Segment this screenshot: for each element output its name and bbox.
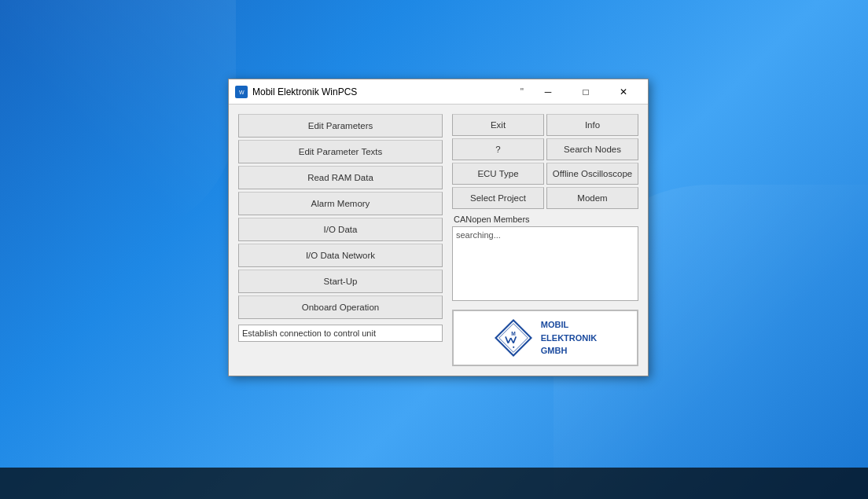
svg-text:M: M	[511, 331, 516, 336]
window-subtitle: "	[520, 86, 524, 97]
help-button[interactable]: ?	[452, 138, 544, 160]
right-row-1: Exit Info	[452, 114, 638, 136]
status-text: Establish connection to control unit	[242, 328, 376, 338]
exit-button[interactable]: Exit	[452, 114, 544, 136]
window-title: Mobil Elektronik WinPCS	[252, 86, 520, 97]
start-up-button[interactable]: Start-Up	[238, 270, 443, 293]
info-button[interactable]: Info	[546, 114, 638, 136]
main-window: W Mobil Elektronik WinPCS " ─ □ ✕ Edit P…	[228, 79, 649, 376]
status-bar: Establish connection to control unit	[238, 325, 443, 342]
canopen-label: CANopen Members	[452, 215, 638, 224]
company-logo: M ●	[494, 318, 533, 358]
window-controls: ─ □ ✕	[530, 79, 642, 105]
io-data-network-button[interactable]: I/O Data Network	[238, 244, 443, 267]
taskbar	[0, 468, 868, 499]
onboard-operation-button[interactable]: Onboard Operation	[238, 295, 443, 319]
maximize-button[interactable]: □	[568, 79, 604, 105]
right-panel: Exit Info ? Search Nodes ECU Type Offlin…	[452, 114, 638, 366]
select-project-button[interactable]: Select Project	[452, 187, 544, 209]
logo-container: M ● MOBIL ELEKTRONIK GMBH	[452, 310, 638, 366]
svg-text:●: ●	[512, 344, 514, 349]
right-row-3: ECU Type Offline Oscilloscope	[452, 163, 638, 185]
edit-parameter-texts-button[interactable]: Edit Parameter Texts	[238, 140, 443, 163]
read-ram-data-button[interactable]: Read RAM Data	[238, 166, 443, 189]
window-content: Edit Parameters Edit Parameter Texts Rea…	[229, 105, 648, 376]
svg-marker-2	[495, 321, 531, 356]
right-row-4: Select Project Modem	[452, 187, 638, 209]
minimize-button[interactable]: ─	[530, 79, 566, 105]
modem-button[interactable]: Modem	[546, 187, 638, 209]
canopen-status: searching...	[456, 230, 501, 240]
edit-parameters-button[interactable]: Edit Parameters	[238, 114, 443, 138]
canopen-members-box: searching...	[452, 226, 638, 301]
ecu-type-button[interactable]: ECU Type	[452, 163, 544, 185]
app-icon: W	[235, 86, 248, 98]
io-data-button[interactable]: I/O Data	[238, 218, 443, 241]
search-nodes-button[interactable]: Search Nodes	[546, 138, 638, 160]
title-bar: W Mobil Elektronik WinPCS " ─ □ ✕	[229, 79, 648, 105]
svg-text:W: W	[239, 90, 245, 95]
left-panel: Edit Parameters Edit Parameter Texts Rea…	[238, 114, 443, 366]
close-button[interactable]: ✕	[605, 79, 642, 105]
company-name: MOBIL ELEKTRONIK GMBH	[541, 318, 598, 358]
alarm-memory-button[interactable]: Alarm Memory	[238, 192, 443, 215]
offline-oscilloscope-button[interactable]: Offline Oscilloscope	[546, 163, 638, 185]
right-row-2: ? Search Nodes	[452, 138, 638, 160]
